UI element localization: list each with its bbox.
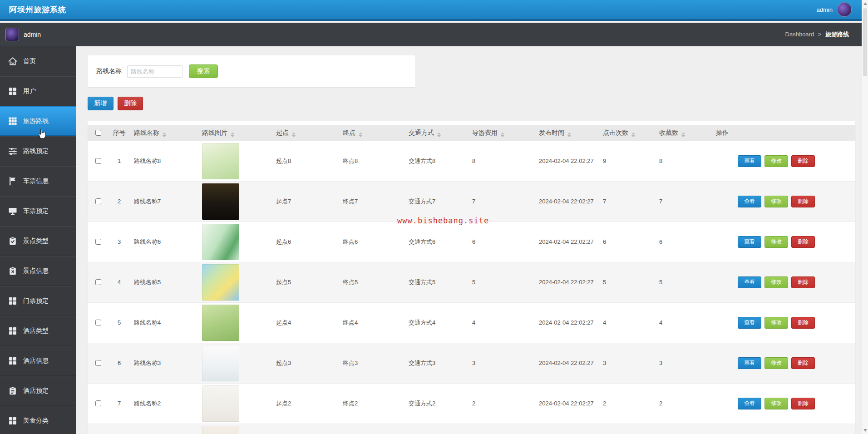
sidebar-item-scenic-type[interactable]: 景点类型 [0,226,76,256]
row-delete-button[interactable]: 删除 [791,236,815,248]
row-delete-button[interactable]: 删除 [791,276,815,288]
user-avatar[interactable] [837,2,852,17]
view-button[interactable]: 查看 [738,196,761,207]
row-checkbox[interactable] [95,320,101,326]
cell-start: 起点4 [272,302,339,343]
row-checkbox[interactable] [95,360,101,366]
table-row: 7路线名称2起点2终点2交通方式222024-02-04 22:02:2722查… [88,383,855,424]
breadcrumb-current[interactable]: 旅游路线 [825,31,849,38]
row-delete-button[interactable]: 删除 [791,357,815,369]
sort-carets-icon[interactable] [292,133,296,137]
add-button[interactable]: 新增 [88,97,113,110]
row-checkbox[interactable] [95,400,101,406]
sidebar-item-scenic-info[interactable]: 景点信息 [0,256,76,286]
sidebar-item-travel-routes[interactable]: 旅游路线 [0,106,76,136]
delete-button[interactable]: 删除 [118,97,143,110]
sidebar-item-label: 用户 [23,87,36,95]
column-header[interactable]: 发布时间 [535,125,599,141]
column-header-label: 起点 [276,129,289,136]
edit-button[interactable]: 修改 [764,276,788,288]
edit-button[interactable]: 修改 [764,317,788,329]
sort-carets-icon[interactable] [567,133,571,137]
row-delete-button[interactable]: 删除 [791,155,815,167]
row-delete-button[interactable]: 删除 [791,196,815,207]
breadcrumb-dashboard[interactable]: Dashboard [785,31,814,38]
row-actions-cell: 查看修改删除 [712,424,855,434]
search-button[interactable]: 搜索 [189,64,218,78]
row-delete-button[interactable]: 删除 [791,317,815,329]
column-header[interactable]: 终点 [339,125,405,141]
cell-end: 终点6 [339,222,405,262]
row-delete-button[interactable]: 删除 [791,398,815,409]
cell-name: 路线名称2 [130,383,198,424]
sort-carets-icon[interactable] [359,133,362,137]
cell-name: 路线名称4 [130,302,198,343]
sidebar-item-admission-booking[interactable]: 门票预定 [0,286,76,316]
column-header[interactable]: 点击次数 [599,125,656,141]
view-button[interactable]: 查看 [738,276,761,288]
cell-transport: 交通方式8 [405,141,469,181]
column-header[interactable]: 路线图片 [198,125,272,141]
column-header[interactable]: 导游费用 [469,125,535,141]
row-checkbox-cell [88,141,108,181]
sidebar-item-ticket-booking[interactable]: 车票预定 [0,196,76,226]
sidebar-item-hotel-info[interactable]: 酒店信息 [0,346,76,376]
sort-carets-icon[interactable] [231,133,234,137]
cell-clicks: 9 [599,141,656,181]
route-image-cell [198,343,272,383]
sidebar-item-route-booking[interactable]: 路线预定 [0,136,76,166]
row-checkbox[interactable] [95,198,101,204]
routes-table-card: 序号路线名称路线图片起点终点交通方式导游费用发布时间点击次数收藏数操作1路线名称… [88,121,855,434]
sidebar-item-label: 美食分类 [23,417,49,425]
row-checkbox[interactable] [95,239,101,245]
cell-transport: 交通方式7 [405,181,469,222]
main-content: 路线名称 搜索 新增 删除 序号路线名称路线图片起点终点交通方式导游费用发布时间… [76,46,862,434]
table-row: 5路线名称4起点4终点4交通方式442024-02-04 22:02:2744查… [88,302,855,343]
view-button[interactable]: 查看 [738,357,761,369]
sort-carets-icon[interactable] [163,133,166,137]
sidebar-item-home[interactable]: 首页 [0,46,76,76]
select-all-checkbox[interactable] [95,130,101,136]
topbar-username[interactable]: admin [817,6,833,13]
scrollbar-down-arrow-icon[interactable] [863,429,867,432]
view-button[interactable]: 查看 [738,236,761,248]
sort-carets-icon[interactable] [437,133,441,137]
sidebar-item-label: 旅游路线 [23,117,49,125]
sidebar-item-label: 酒店类型 [23,327,49,335]
row-checkbox[interactable] [95,279,101,285]
row-actions-cell: 查看修改删除 [712,383,855,424]
cell-favorites: 2 [656,383,712,424]
cell-start: 起点3 [272,343,339,383]
sidebar-item-hotel-type[interactable]: 酒店类型 [0,316,76,346]
sidebar-item-food-category[interactable]: 美食分类 [0,406,76,434]
search-input[interactable] [127,65,182,78]
column-header[interactable]: 交通方式 [405,125,469,141]
scrollbar-up-arrow-icon[interactable] [863,2,867,5]
edit-button[interactable]: 修改 [764,196,788,207]
sidebar-item-users[interactable]: 用户 [0,76,76,106]
sort-carets-icon[interactable] [631,133,635,137]
edit-button[interactable]: 修改 [764,236,788,248]
desktop-icon [7,206,18,217]
view-button[interactable]: 查看 [738,398,761,409]
row-checkbox[interactable] [95,158,101,164]
column-header[interactable]: 路线名称 [130,125,198,141]
view-button[interactable]: 查看 [738,317,761,329]
edit-button[interactable]: 修改 [764,398,788,409]
table-row: 4路线名称5起点5终点5交通方式552024-02-04 22:02:2755查… [88,262,855,302]
edit-button[interactable]: 修改 [764,357,788,369]
view-button[interactable]: 查看 [738,155,761,167]
row-checkbox-cell [88,424,108,434]
edit-button[interactable]: 修改 [764,155,788,167]
sidebar-item-hotel-booking[interactable]: 酒店预定 [0,376,76,406]
scrollbar-thumb[interactable] [863,8,867,76]
column-header[interactable]: 起点 [272,125,339,141]
scrollbar[interactable] [862,0,868,434]
sidebar-item-label: 路线预定 [23,147,49,155]
column-header[interactable]: 收藏数 [656,125,712,141]
cell-favorites [656,424,712,434]
sort-carets-icon[interactable] [501,133,504,137]
cell-start [272,424,339,434]
sidebar-item-ticket-info[interactable]: 车票信息 [0,166,76,196]
sort-carets-icon[interactable] [681,133,685,137]
